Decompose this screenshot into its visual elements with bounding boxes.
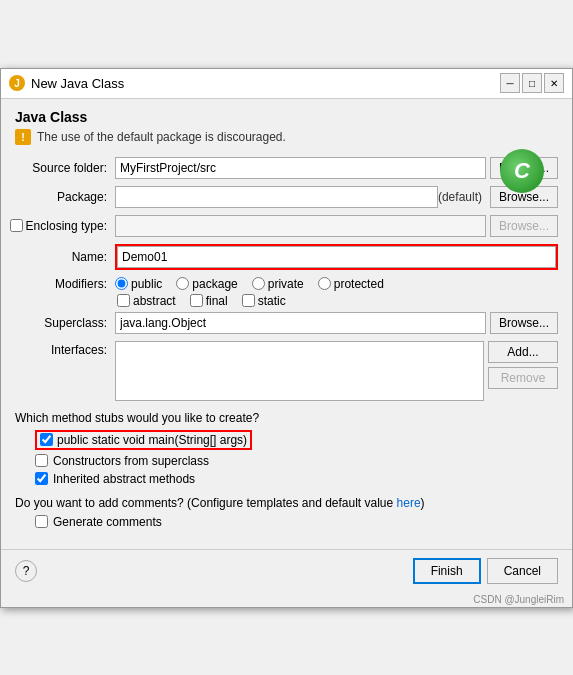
abstract-checkbox-item: abstract [117, 294, 176, 308]
enclosing-type-input[interactable] [115, 215, 486, 237]
interfaces-label: Interfaces: [15, 341, 115, 357]
title-controls: ─ □ ✕ [500, 73, 564, 93]
add-interface-button[interactable]: Add... [488, 341, 558, 363]
footer-left: ? [15, 560, 37, 582]
comments-question: Do you want to add comments? (Configure … [15, 496, 558, 510]
generate-comments-row: Generate comments [35, 515, 558, 529]
abstract-checkbox[interactable] [117, 294, 130, 307]
generate-comments-label: Generate comments [53, 515, 162, 529]
generate-comments-checkbox[interactable] [35, 515, 48, 528]
dialog-body: C Java Class ! The use of the default pa… [1, 99, 572, 549]
logo-area: C [500, 149, 544, 193]
protected-radio[interactable] [318, 277, 331, 290]
remove-interface-button[interactable]: Remove [488, 367, 558, 389]
superclass-input[interactable] [115, 312, 486, 334]
inherited-label: Inherited abstract methods [53, 472, 195, 486]
superclass-row: Superclass: Browse... [15, 312, 558, 334]
inherited-checkbox[interactable] [35, 472, 48, 485]
dialog-title: New Java Class [31, 76, 124, 91]
interfaces-textarea[interactable] [115, 341, 484, 401]
public-label: public [131, 277, 162, 291]
content-wrapper: C Java Class ! The use of the default pa… [15, 109, 558, 529]
comments-here-link[interactable]: here [397, 496, 421, 510]
cancel-button[interactable]: Cancel [487, 558, 558, 584]
superclass-browse-button[interactable]: Browse... [490, 312, 558, 334]
stubs-section: Which method stubs would you like to cre… [15, 411, 558, 486]
enclosing-type-label: Enclosing type: [26, 219, 107, 233]
modifiers-label: Modifiers: [15, 277, 115, 291]
main-method-checkbox[interactable] [40, 433, 53, 446]
title-bar-left: J New Java Class [9, 75, 124, 91]
private-radio-item: private [252, 277, 304, 291]
finish-button[interactable]: Finish [413, 558, 481, 584]
name-input-wrapper [115, 244, 558, 270]
modifiers-row: Modifiers: public package pr [15, 277, 558, 308]
superclass-label: Superclass: [15, 316, 115, 330]
maximize-button[interactable]: □ [522, 73, 542, 93]
minimize-button[interactable]: ─ [500, 73, 520, 93]
abstract-label: abstract [133, 294, 176, 308]
warning-text: The use of the default package is discou… [37, 130, 286, 144]
comments-question-prefix: Do you want to add comments? (Configure … [15, 496, 397, 510]
package-label: Package: [15, 190, 115, 204]
final-label: final [206, 294, 228, 308]
section-title: Java Class [15, 109, 558, 125]
source-folder-input[interactable] [115, 157, 486, 179]
package-radio-item: package [176, 277, 237, 291]
comments-section: Do you want to add comments? (Configure … [15, 496, 558, 529]
name-input[interactable] [117, 246, 556, 268]
public-radio-item: public [115, 277, 162, 291]
constructors-label: Constructors from superclass [53, 454, 209, 468]
source-folder-row: Source folder: Browse... [15, 157, 558, 179]
enclosing-type-checkbox[interactable] [10, 219, 23, 232]
name-row: Name: [15, 244, 558, 270]
modifiers-group: public package private protected [115, 277, 384, 308]
main-method-item: public static void main(String[] args) [35, 430, 558, 450]
access-modifiers-group: public package private protected [115, 277, 384, 291]
eclipse-logo: C [500, 149, 544, 193]
private-label: private [268, 277, 304, 291]
inherited-item: Inherited abstract methods [35, 472, 558, 486]
title-bar: J New Java Class ─ □ ✕ [1, 69, 572, 99]
interfaces-buttons: Add... Remove [488, 341, 558, 389]
final-checkbox-item: final [190, 294, 228, 308]
package-input[interactable] [115, 186, 438, 208]
package-label: package [192, 277, 237, 291]
static-label: static [258, 294, 286, 308]
new-java-class-dialog: J New Java Class ─ □ ✕ C Java Class ! Th… [0, 68, 573, 608]
public-radio[interactable] [115, 277, 128, 290]
constructors-checkbox[interactable] [35, 454, 48, 467]
final-checkbox[interactable] [190, 294, 203, 307]
footer-right: Finish Cancel [413, 558, 558, 584]
interfaces-row: Interfaces: Add... Remove [15, 341, 558, 401]
protected-label: protected [334, 277, 384, 291]
private-radio[interactable] [252, 277, 265, 290]
stubs-question: Which method stubs would you like to cre… [15, 411, 558, 425]
java-icon: J [9, 75, 25, 91]
enclosing-type-row: Enclosing type: Browse... [15, 215, 558, 237]
package-row: Package: (default) Browse... [15, 186, 558, 208]
package-radio[interactable] [176, 277, 189, 290]
package-default-label: (default) [438, 190, 482, 204]
warning-row: ! The use of the default package is disc… [15, 129, 558, 145]
footer: ? Finish Cancel [1, 549, 572, 592]
source-folder-label: Source folder: [15, 161, 115, 175]
name-label: Name: [15, 250, 115, 264]
stubs-list: public static void main(String[] args) C… [35, 430, 558, 486]
watermark: CSDN @JungleiRim [1, 592, 572, 607]
close-button[interactable]: ✕ [544, 73, 564, 93]
comments-question-suffix: ) [421, 496, 425, 510]
main-method-checkbox-wrapper: public static void main(String[] args) [35, 430, 252, 450]
other-modifiers-group: abstract final static [117, 294, 384, 308]
static-checkbox-item: static [242, 294, 286, 308]
constructors-item: Constructors from superclass [35, 454, 558, 468]
main-method-label: public static void main(String[] args) [57, 433, 247, 447]
enclosing-type-browse-button[interactable]: Browse... [490, 215, 558, 237]
protected-radio-item: protected [318, 277, 384, 291]
static-checkbox[interactable] [242, 294, 255, 307]
help-button[interactable]: ? [15, 560, 37, 582]
warning-icon: ! [15, 129, 31, 145]
